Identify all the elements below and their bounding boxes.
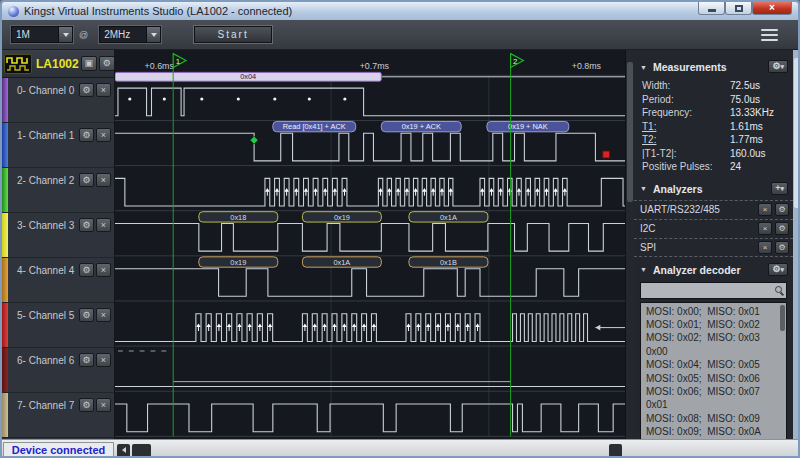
decoder-row[interactable]: 0x00 xyxy=(641,345,786,358)
panel-scrollbar[interactable] xyxy=(793,50,800,439)
waveform-area[interactable]: 0x04Read [0x41] + ACK0x19 + ACK0x19 + NA… xyxy=(115,50,625,439)
time-label: +0.8ms xyxy=(572,61,602,71)
channel-close-button[interactable]: × xyxy=(96,398,111,412)
sample-rate-select[interactable]: 2MHz xyxy=(99,26,161,43)
menu-icon[interactable] xyxy=(761,29,778,44)
measurements-settings-button[interactable]: ⚙▾ xyxy=(768,60,788,73)
status-bar: Device connected xyxy=(2,439,798,458)
dropdown-button[interactable] xyxy=(58,27,72,42)
channel-settings-button[interactable]: ⚙ xyxy=(79,83,94,97)
channel-settings-button[interactable]: ⚙ xyxy=(79,308,94,322)
channel-close-button[interactable]: × xyxy=(96,128,111,142)
channel-close-button[interactable]: × xyxy=(96,83,111,97)
channel-close-button[interactable]: × xyxy=(96,263,111,277)
waveform-vertical-scrollbar[interactable] xyxy=(625,50,634,439)
app-window: Kingst Virtual Instruments Studio (LA100… xyxy=(0,0,800,458)
measurement-label: Positive Pulses: xyxy=(642,160,730,174)
decoder-row[interactable]: 0x01 xyxy=(641,398,786,411)
channel-row-5[interactable]: 5- Channel 5⚙× xyxy=(2,303,114,348)
decoder-search-input[interactable] xyxy=(640,282,787,299)
sample-count-select[interactable]: 1M xyxy=(11,26,73,43)
scrollbar-thumb[interactable] xyxy=(780,305,785,331)
channel-close-button[interactable]: × xyxy=(96,308,111,322)
channel-settings-button[interactable]: ⚙ xyxy=(79,398,94,412)
channel-settings-button[interactable]: ⚙ xyxy=(79,128,94,142)
analyzer-settings-button[interactable]: ⚙ xyxy=(775,222,789,235)
decoder-list[interactable]: MOSI: 0x00; MISO: 0x01MOSI: 0x01; MISO: … xyxy=(640,302,787,440)
measurement-value: 160.0us xyxy=(730,147,766,161)
channel-settings-button[interactable]: ⚙ xyxy=(79,173,94,187)
hscroll-thumb[interactable] xyxy=(132,444,151,457)
dropdown-button[interactable] xyxy=(146,27,160,42)
scrollbar-thumb[interactable] xyxy=(627,62,633,202)
channel-row-3[interactable]: 3- Channel 3⚙× xyxy=(2,213,114,258)
measurements-header[interactable]: ▼ Measurements ⚙▾ xyxy=(634,58,793,76)
channel-row-1[interactable]: 1- Channel 1⚙× xyxy=(2,123,114,168)
hscroll-track[interactable] xyxy=(151,443,798,458)
decode-annotation-label: 0x18 xyxy=(230,213,246,222)
decode-annotation-label: 0x1A xyxy=(333,258,350,267)
device-settings-button[interactable]: ⚙ xyxy=(99,56,115,71)
analyzer-row[interactable]: UART/RS232/485×⚙ xyxy=(634,200,793,219)
decoder-row[interactable]: MOSI: 0x04; MISO: 0x05 xyxy=(641,358,786,371)
minimize-icon xyxy=(708,9,716,12)
channel-close-button[interactable]: × xyxy=(96,218,111,232)
decoder-row[interactable]: MOSI: 0x06; MISO: 0x07 xyxy=(641,385,786,398)
app-icon xyxy=(8,6,19,17)
decoder-row[interactable]: MOSI: 0x08; MISO: 0x09 xyxy=(641,412,786,425)
minimize-button[interactable] xyxy=(698,2,725,15)
analyzer-settings-button[interactable]: ⚙ xyxy=(775,241,789,254)
title-bar[interactable]: Kingst Virtual Instruments Studio (LA100… xyxy=(2,2,798,20)
decoder-row[interactable]: MOSI: 0x05; MISO: 0x06 xyxy=(641,372,786,385)
collapse-triangle-icon[interactable]: ▼ xyxy=(640,64,647,71)
sample-dot xyxy=(237,97,240,100)
measurement-value: 75.0us xyxy=(730,93,760,107)
hscroll-right-button[interactable] xyxy=(609,444,622,457)
decoder-settings-button[interactable]: ⚙▾ xyxy=(768,263,788,276)
collapse-triangle-icon[interactable]: ▼ xyxy=(640,185,647,192)
add-analyzer-button[interactable]: +▾ xyxy=(771,182,788,195)
close-button[interactable]: × xyxy=(752,2,792,15)
measurement-label: Period: xyxy=(642,93,730,107)
channel-settings-button[interactable]: ⚙ xyxy=(79,263,94,277)
analyzer-remove-button[interactable]: × xyxy=(758,222,772,235)
device-header: LA1002 ▣ ⚙ xyxy=(2,50,114,78)
measurement-row: Positive Pulses:24 xyxy=(642,160,785,174)
sample-dot xyxy=(163,97,166,100)
channel-close-button[interactable]: × xyxy=(96,353,111,367)
analyzer-settings-button[interactable]: ⚙ xyxy=(775,203,789,216)
channel-settings-button[interactable]: ⚙ xyxy=(79,218,94,232)
start-button[interactable]: Start xyxy=(194,26,272,43)
decode-annotation-label: 0x1B xyxy=(440,258,457,267)
channel-row-7[interactable]: 7- Channel 7⚙× xyxy=(2,393,114,438)
decoder-row[interactable]: MOSI: 0x02; MISO: 0x03 xyxy=(641,331,786,344)
measurement-row: Frequency:13.33KHz xyxy=(642,106,785,120)
channel-row-2[interactable]: 2- Channel 2⚙× xyxy=(2,168,114,213)
decoder-row[interactable]: MOSI: 0x01; MISO: 0x02 xyxy=(641,318,786,331)
time-label: +0.7ms xyxy=(360,61,390,71)
channel-close-button[interactable]: × xyxy=(96,173,111,187)
channel-settings-button[interactable]: ⚙ xyxy=(79,353,94,367)
analyzer-row[interactable]: I2C×⚙ xyxy=(634,219,793,238)
analyzer-remove-button[interactable]: × xyxy=(758,241,772,254)
decoder-header[interactable]: ▼ Analyzer decoder ⚙▾ xyxy=(634,261,793,279)
decoder-row[interactable]: MOSI: 0x09; MISO: 0x0A xyxy=(641,425,786,438)
analyzer-row[interactable]: SPI×⚙ xyxy=(634,238,793,257)
analyzer-remove-button[interactable]: × xyxy=(758,203,772,216)
hscroll-left-button[interactable] xyxy=(117,444,130,457)
right-panel: ▼ Measurements ⚙▾ Width:72.5usPeriod:75.… xyxy=(634,50,793,439)
decode-annotation-label: 0x04 xyxy=(240,72,256,81)
maximize-button[interactable] xyxy=(725,2,752,15)
measurements-title: Measurements xyxy=(653,61,727,73)
decoder-row[interactable]: MOSI: 0x00; MISO: 0x01 xyxy=(641,305,786,318)
device-display-button[interactable]: ▣ xyxy=(81,56,97,71)
analyzers-header[interactable]: ▼ Analyzers +▾ xyxy=(634,180,793,198)
collapse-triangle-icon[interactable]: ▼ xyxy=(640,266,647,273)
measurement-row: Period:75.0us xyxy=(642,93,785,107)
channel-row-0[interactable]: 0- Channel 0⚙× xyxy=(2,78,114,123)
waveform-canvas[interactable]: 0x04Read [0x41] + ACK0x19 + ACK0x19 + NA… xyxy=(115,50,625,439)
channel-row-4[interactable]: 4- Channel 4⚙× xyxy=(2,258,114,303)
scrollbar-thumb[interactable] xyxy=(794,58,800,208)
channel-row-6[interactable]: 6- Channel 6⚙× xyxy=(2,348,114,393)
measurement-label: T1: xyxy=(642,120,730,134)
